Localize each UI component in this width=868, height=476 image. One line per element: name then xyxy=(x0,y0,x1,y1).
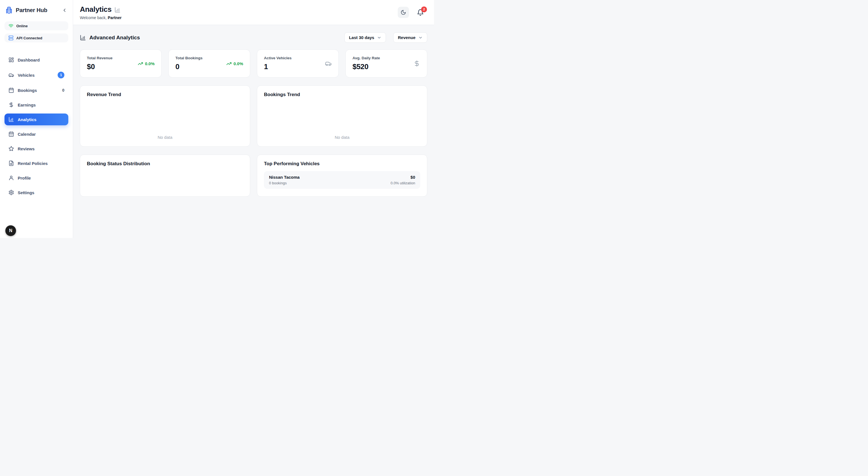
bottom-grid: Booking Status Distribution Top Performi… xyxy=(80,155,427,197)
sidebar-item-label: Bookings xyxy=(18,88,37,93)
stat-value: $520 xyxy=(352,62,380,71)
metric-select[interactable]: Revenue xyxy=(393,32,427,43)
no-data-label: No data xyxy=(257,135,427,140)
status-pill-api: API Connected xyxy=(4,33,68,42)
status-online-label: Online xyxy=(16,24,28,28)
stat-value: 0 xyxy=(176,62,203,71)
app-title: Partner Hub xyxy=(16,7,47,13)
chevron-down-icon xyxy=(377,35,381,40)
bar-chart-icon xyxy=(8,117,14,122)
user-icon xyxy=(8,175,14,181)
chart-title: Bookings Trend xyxy=(264,92,420,97)
date-range-select[interactable]: Last 30 days xyxy=(344,32,386,43)
calendar-icon xyxy=(8,87,14,93)
stat-card-active-vehicles: Active Vehicles 1 xyxy=(257,50,339,77)
dashboard-icon xyxy=(8,57,14,63)
sidebar-item-analytics[interactable]: Analytics xyxy=(4,114,68,125)
top-performing-vehicles-card: Top Performing Vehicles Nissan Tacoma 0 … xyxy=(257,155,427,197)
metric-value: Revenue xyxy=(398,35,415,40)
revenue-trend-card: Revenue Trend No data xyxy=(80,86,250,147)
stat-card-total-bookings: Total Bookings 0 0.0% xyxy=(168,50,250,77)
booking-status-distribution-card: Booking Status Distribution xyxy=(80,155,250,197)
trend-value: 0.0% xyxy=(145,61,155,66)
trending-up-icon xyxy=(138,61,143,66)
card-title: Top Performing Vehicles xyxy=(264,161,420,167)
charts-grid: Revenue Trend No data Bookings Trend No … xyxy=(80,86,427,147)
content: Advanced Analytics Last 30 days Revenue xyxy=(73,25,434,238)
stat-label: Active Vehicles xyxy=(264,56,291,60)
section-heading: Advanced Analytics xyxy=(89,35,140,41)
header-left: Analytics Welcome back, Partner xyxy=(80,5,121,20)
sidebar-item-rental-policies[interactable]: Rental Policies xyxy=(4,157,68,169)
chevron-left-icon xyxy=(62,8,67,13)
main-area: Analytics Welcome back, Partner 2 xyxy=(73,0,434,238)
sidebar-item-label: Vehicles xyxy=(18,73,35,77)
sidebar-item-label: Earnings xyxy=(18,102,36,107)
page-title: Analytics xyxy=(80,5,112,14)
bookings-count: 0 xyxy=(62,88,64,92)
server-icon xyxy=(8,35,13,40)
stat-card-avg-daily-rate: Avg. Daily Rate $520 xyxy=(345,50,427,77)
chevron-down-icon xyxy=(418,35,423,40)
wifi-icon xyxy=(8,23,13,28)
welcome-prefix: Welcome back, xyxy=(80,15,106,20)
sidebar-item-dashboard[interactable]: Dashboard xyxy=(4,54,68,66)
document-icon xyxy=(8,160,14,166)
moon-icon xyxy=(401,9,406,15)
car-icon xyxy=(8,72,14,78)
stat-card-total-revenue: Total Revenue $0 0.0% xyxy=(80,50,162,77)
notifications-button[interactable]: 2 xyxy=(417,9,424,16)
dollar-icon xyxy=(413,60,420,67)
gear-icon xyxy=(8,190,14,195)
status-pill-online: Online xyxy=(4,21,68,30)
sidebar-nav: Dashboard Vehicles 1 Bookings 0 Earnings xyxy=(4,54,68,201)
sidebar-item-label: Reviews xyxy=(18,147,35,151)
bookings-trend-card: Bookings Trend No data xyxy=(257,86,427,147)
sidebar-item-calendar[interactable]: Calendar xyxy=(4,128,68,140)
welcome-name: Partner xyxy=(107,15,121,20)
car-icon xyxy=(325,60,332,67)
sidebar-item-bookings[interactable]: Bookings 0 xyxy=(4,84,68,96)
advanced-analytics-chart-icon xyxy=(80,35,86,41)
stat-value: 1 xyxy=(264,62,291,71)
vehicle-row: Nissan Tacoma 0 bookings $0 0.0% utiliza… xyxy=(264,171,420,189)
vehicle-bookings: 0 bookings xyxy=(269,181,300,185)
star-icon xyxy=(8,146,14,152)
sidebar-item-label: Settings xyxy=(18,190,34,195)
date-range-value: Last 30 days xyxy=(349,35,374,40)
sidebar: Partner Hub Online API Connected Dashboa… xyxy=(0,0,73,238)
dollar-icon xyxy=(8,102,14,107)
nextjs-dev-badge[interactable]: N xyxy=(5,225,16,236)
sidebar-item-profile[interactable]: Profile xyxy=(4,172,68,184)
sidebar-item-vehicles[interactable]: Vehicles 1 xyxy=(4,69,68,82)
page-header: Analytics Welcome back, Partner 2 xyxy=(73,0,434,25)
stat-label: Total Revenue xyxy=(87,56,113,60)
notification-count-badge: 2 xyxy=(421,6,427,12)
sidebar-item-earnings[interactable]: Earnings xyxy=(4,99,68,111)
sidebar-item-label: Rental Policies xyxy=(18,161,48,166)
sidebar-item-label: Calendar xyxy=(18,132,36,136)
sidebar-item-reviews[interactable]: Reviews xyxy=(4,143,68,155)
card-title: Booking Status Distribution xyxy=(87,161,243,167)
no-data-label: No data xyxy=(80,135,250,140)
sidebar-collapse-button[interactable] xyxy=(61,7,68,13)
dark-mode-toggle-button[interactable] xyxy=(398,7,409,18)
sidebar-item-settings[interactable]: Settings xyxy=(4,187,68,198)
vehicles-count-badge: 1 xyxy=(58,72,64,78)
logo-row: Partner Hub xyxy=(5,6,68,14)
stat-trend: 0.0% xyxy=(138,61,155,66)
vehicle-utilization: 0.0% utilization xyxy=(391,181,415,185)
stat-value: $0 xyxy=(87,62,113,71)
stats-grid: Total Revenue $0 0.0% Total Bookings 0 xyxy=(80,50,427,77)
welcome-message: Welcome back, Partner xyxy=(80,15,121,20)
building-logo-icon xyxy=(5,6,13,14)
chart-title: Revenue Trend xyxy=(87,92,243,97)
header-controls: 2 xyxy=(398,7,427,18)
sidebar-item-label: Analytics xyxy=(18,117,36,122)
title-bar-chart-icon xyxy=(115,7,121,13)
sidebar-item-label: Profile xyxy=(18,176,31,181)
calendar-days-icon xyxy=(8,131,14,137)
stat-label: Avg. Daily Rate xyxy=(352,56,380,60)
trending-up-icon xyxy=(226,61,231,66)
vehicle-name: Nissan Tacoma xyxy=(269,175,300,180)
